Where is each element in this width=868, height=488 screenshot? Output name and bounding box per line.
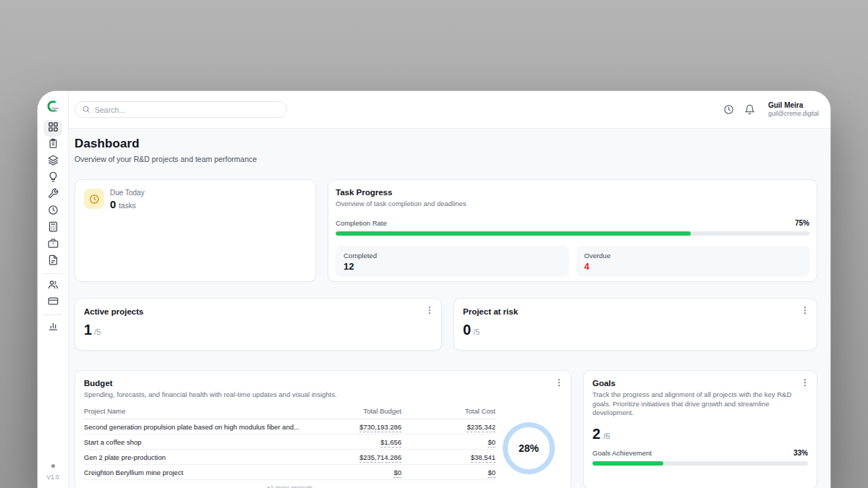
total-cost-value[interactable]: $0 [488, 468, 495, 478]
project-name: Start a coffee shop [84, 438, 315, 446]
sidebar-item-projects[interactable] [43, 153, 62, 170]
total-budget-value[interactable]: $1,656 [380, 438, 401, 448]
sidebar-item-portfolio[interactable] [43, 236, 62, 253]
table-row[interactable]: Start a coffee shop $1,656 $0 [84, 435, 495, 450]
status-dot [51, 464, 55, 468]
bell-icon[interactable] [744, 104, 756, 116]
project-at-risk-title: Project at risk [463, 307, 808, 316]
goals-achievement-label: Goals Achievement [592, 449, 652, 457]
kebab-menu-icon[interactable]: ⋮ [801, 306, 809, 314]
main-area: Guil Meira guil@creme.digital Dashboard … [69, 91, 830, 488]
sidebar-separator [43, 314, 62, 315]
completed-label: Completed [344, 252, 561, 260]
bar-chart-icon [48, 320, 59, 334]
kebab-menu-icon[interactable]: ⋮ [425, 306, 434, 314]
active-projects-value: 1 [84, 322, 92, 337]
clipboard-tasks-icon [48, 138, 59, 152]
budget-donut-percent: 28% [519, 442, 539, 454]
sidebar-item-team[interactable] [43, 278, 62, 294]
project-name: Gen 2 plate pre-production [84, 453, 315, 461]
project-at-risk-total: /5 [473, 328, 480, 336]
dashboard-grid-icon [48, 121, 59, 135]
search-box[interactable] [75, 101, 287, 118]
overdue-box: Overdue 4 [576, 246, 810, 277]
table-row[interactable]: Gen 2 plate pre-production $235,714.286 … [84, 450, 495, 465]
col-project-name: Project Name [84, 407, 315, 415]
app-window: V1.0 Guil Meira guil@creme.digital [38, 91, 830, 488]
goals-card: Goals ⋮ Track the progress and alignment… [583, 370, 817, 488]
project-name: Second generation propulsion plate based… [84, 423, 315, 431]
goals-subtitle: Track the progress and alignment of all … [592, 390, 808, 418]
total-budget-value[interactable]: $0 [393, 468, 401, 478]
goals-title: Goals [592, 379, 808, 388]
user-menu[interactable]: Guil Meira guil@creme.digital [768, 101, 819, 118]
sidebar-item-dashboard[interactable] [43, 120, 62, 137]
sidebar-item-analytics[interactable] [43, 319, 62, 335]
search-input[interactable] [95, 106, 280, 114]
due-today-label: Due Today [110, 189, 145, 197]
topbar: Guil Meira guil@creme.digital [69, 91, 830, 129]
goals-value: 2 [592, 427, 600, 441]
kebab-menu-icon[interactable]: ⋮ [801, 378, 809, 387]
layers-icon [48, 155, 59, 168]
task-progress-card: Task Progress Overview of task completio… [328, 179, 817, 282]
clock-icon[interactable] [723, 104, 735, 116]
completion-bar-track [336, 231, 809, 236]
task-progress-title: Task Progress [336, 188, 809, 197]
goals-total: /6 [603, 432, 610, 440]
row-1: Due Today 0 tasks Task Progress Overview… [75, 179, 817, 282]
row-2: Active projects ⋮ 1 /5 Project at risk ⋮… [75, 298, 817, 351]
overdue-value: 4 [584, 261, 802, 272]
sidebar-item-ideas[interactable] [43, 170, 62, 187]
due-today-info: Due Today 0 tasks [110, 189, 145, 273]
sidebar-item-lab[interactable] [43, 187, 62, 203]
row-3: Budget ⋮ Spending, forecasts, and financ… [75, 370, 817, 488]
budget-subtitle: Spending, forecasts, and financial healt… [84, 390, 562, 398]
table-row[interactable]: Second generation propulsion plate based… [84, 419, 495, 435]
total-budget-value[interactable]: $730,193.286 [359, 423, 401, 432]
total-cost-value[interactable]: $38,541 [471, 453, 495, 463]
table-row[interactable]: Creighton Beryllium mine project $0 $0 [84, 465, 495, 480]
sidebar-item-billing[interactable] [43, 294, 62, 311]
budget-donut-area: 28% [495, 405, 562, 488]
budget-donut-chart: 28% [503, 422, 555, 474]
completion-rate-label: Completion Rate [336, 219, 387, 227]
topbar-right: Guil Meira guil@creme.digital [723, 101, 819, 118]
sidebar: V1.0 [38, 91, 69, 488]
goals-bar-track [592, 461, 808, 466]
goals-bar-fill [592, 461, 663, 466]
total-cost-value[interactable]: $235,342 [467, 423, 495, 432]
user-email: guil@creme.digital [768, 110, 819, 118]
sidebar-item-time[interactable] [43, 203, 62, 220]
dashboard-content: Dashboard Overview of your R&D projects … [69, 129, 830, 488]
lightbulb-icon [48, 171, 59, 185]
more-projects-link[interactable]: +1 more projects [84, 480, 495, 488]
document-icon [48, 254, 59, 268]
due-today-unit: tasks [119, 202, 135, 210]
credit-card-icon [48, 296, 59, 309]
active-projects-card: Active projects ⋮ 1 /5 [75, 298, 442, 351]
kebab-menu-icon[interactable]: ⋮ [555, 378, 563, 387]
total-cost-value[interactable]: $0 [488, 438, 495, 448]
active-projects-title: Active projects [84, 307, 433, 316]
col-total-cost: Total Cost [401, 407, 495, 415]
wrench-icon [48, 188, 59, 202]
sidebar-footer: V1.0 [46, 464, 59, 488]
completed-box: Completed 12 [336, 246, 569, 277]
clock-icon [48, 205, 59, 218]
version-label: V1.0 [46, 474, 59, 481]
budget-title: Budget [84, 379, 562, 388]
project-name: Creighton Beryllium mine project [84, 468, 315, 476]
budget-table: Project Name Total Budget Total Cost Sec… [84, 405, 495, 488]
completed-value: 12 [344, 261, 561, 272]
col-total-budget: Total Budget [315, 407, 401, 415]
sidebar-item-documents[interactable] [43, 253, 62, 270]
creme-logo [44, 98, 61, 115]
sidebar-item-budgeting[interactable] [43, 220, 62, 236]
search-icon [82, 103, 90, 116]
sidebar-item-tasks[interactable] [43, 137, 62, 153]
briefcase-icon [48, 238, 59, 252]
total-budget-value[interactable]: $235,714.286 [359, 453, 401, 463]
desktop-background: V1.0 Guil Meira guil@creme.digital [0, 0, 868, 488]
budget-table-header: Project Name Total Budget Total Cost [84, 405, 495, 419]
